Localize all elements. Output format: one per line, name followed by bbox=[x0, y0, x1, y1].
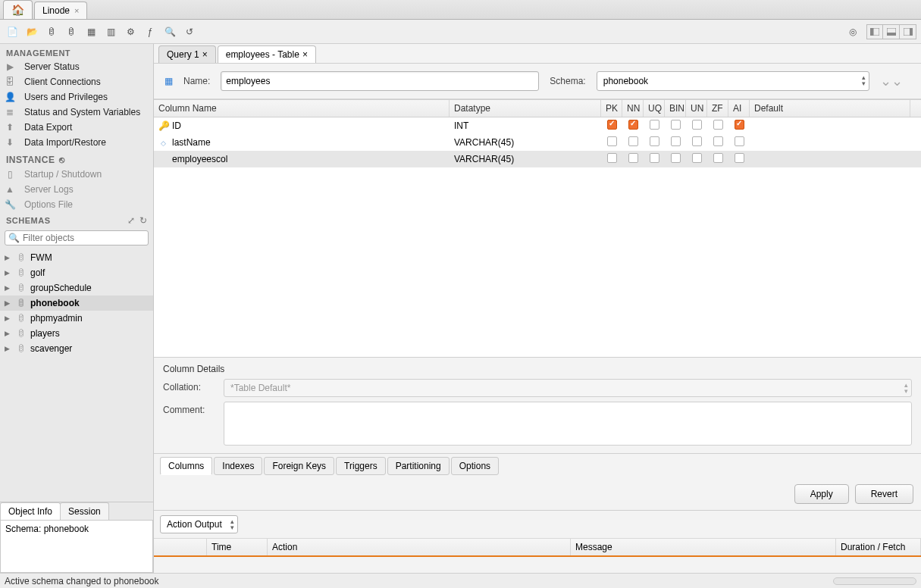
checkbox[interactable] bbox=[650, 153, 659, 163]
datatype-cell[interactable]: VARCHAR(45) bbox=[450, 152, 601, 167]
connection-tab[interactable]: Linode × bbox=[34, 2, 87, 19]
query-tab[interactable]: Query 1× bbox=[158, 45, 216, 63]
expand-panel-icon[interactable]: ⌄⌄ bbox=[880, 73, 903, 89]
checkbox[interactable] bbox=[607, 136, 617, 146]
schema-filter[interactable]: 🔍 bbox=[5, 230, 149, 246]
output-header[interactable]: Time bbox=[207, 539, 268, 555]
datatype-cell[interactable]: VARCHAR(45) bbox=[450, 135, 601, 150]
session-tab[interactable]: Session bbox=[60, 502, 109, 520]
column-header[interactable]: ZF bbox=[707, 100, 728, 117]
checkbox[interactable] bbox=[713, 153, 723, 163]
column-header[interactable]: UN bbox=[686, 100, 707, 117]
output-header[interactable]: Action bbox=[268, 539, 571, 555]
section-tab[interactable]: Triggers bbox=[336, 457, 386, 475]
table-name-input[interactable] bbox=[221, 71, 539, 91]
column-header[interactable]: AI bbox=[728, 100, 750, 117]
comment-textarea[interactable] bbox=[224, 402, 912, 446]
schema-node[interactable]: ▶🛢scavenger bbox=[0, 341, 153, 356]
schema-select[interactable]: phonebook ▴▾ bbox=[597, 71, 869, 91]
chevron-right-icon[interactable]: ▶ bbox=[5, 254, 12, 261]
checkbox[interactable] bbox=[713, 136, 723, 146]
table-icon[interactable]: ▦ bbox=[83, 24, 99, 39]
default-cell[interactable] bbox=[750, 140, 910, 145]
nav-item[interactable]: ≣Status and System Variables bbox=[0, 105, 153, 120]
schema-icon[interactable]: 🛢 bbox=[64, 24, 79, 39]
open-sql-icon[interactable]: 📂 bbox=[24, 24, 39, 39]
column-row[interactable]: 🔑IDINT bbox=[154, 117, 921, 134]
refresh-icon[interactable]: ↻ bbox=[139, 215, 147, 226]
output-type-select[interactable]: Action Output ▴▾ bbox=[160, 515, 238, 533]
checkbox[interactable] bbox=[713, 120, 723, 130]
object-info-tab[interactable]: Object Info bbox=[0, 502, 61, 520]
section-tab[interactable]: Foreign Keys bbox=[264, 457, 334, 475]
checkbox[interactable] bbox=[671, 136, 681, 146]
checkbox[interactable] bbox=[607, 120, 617, 130]
checkbox[interactable] bbox=[650, 136, 659, 146]
schema-node[interactable]: ▶🛢golf bbox=[0, 265, 153, 280]
column-name-cell[interactable]: 🔑ID bbox=[154, 118, 450, 133]
output-header[interactable]: Message bbox=[571, 539, 836, 555]
checkbox[interactable] bbox=[692, 136, 702, 146]
default-cell[interactable] bbox=[750, 157, 910, 161]
schema-node[interactable]: ▶🛢phonebook bbox=[0, 296, 153, 311]
column-name-cell[interactable]: employeescol bbox=[154, 152, 450, 167]
column-header[interactable]: BIN bbox=[665, 100, 686, 117]
apply-button[interactable]: Apply bbox=[794, 484, 849, 504]
column-header[interactable]: UQ bbox=[644, 100, 665, 117]
home-tab[interactable]: 🏠 bbox=[3, 0, 33, 19]
nav-item[interactable]: ⬇Data Import/Restore bbox=[0, 135, 153, 150]
nav-item[interactable]: 🔧Options File bbox=[0, 197, 153, 212]
revert-button[interactable]: Revert bbox=[855, 484, 913, 504]
checkbox[interactable] bbox=[628, 120, 638, 130]
schema-node[interactable]: ▶🛢players bbox=[0, 326, 153, 341]
schema-node[interactable]: ▶🛢FWM bbox=[0, 250, 153, 265]
chevron-right-icon[interactable]: ▶ bbox=[5, 299, 12, 307]
column-header[interactable]: Column Name bbox=[154, 100, 450, 117]
chevron-right-icon[interactable]: ▶ bbox=[5, 269, 12, 277]
schema-node[interactable]: ▶🛢phpmyadmin bbox=[0, 311, 153, 326]
column-header[interactable]: Default bbox=[750, 100, 910, 117]
nav-item[interactable]: ▯Startup / Shutdown bbox=[0, 167, 153, 182]
table-editor-tab[interactable]: employees - Table× bbox=[218, 45, 316, 63]
nav-item[interactable]: ▶Server Status bbox=[0, 59, 153, 74]
layout-right-button[interactable] bbox=[900, 24, 916, 39]
schema-node[interactable]: ▶🛢groupSchedule bbox=[0, 280, 153, 296]
section-tab[interactable]: Columns bbox=[160, 457, 212, 475]
checkbox[interactable] bbox=[607, 153, 617, 163]
schema-filter-input[interactable] bbox=[23, 233, 145, 243]
output-header[interactable] bbox=[154, 539, 207, 555]
search-icon[interactable]: 🔍 bbox=[162, 24, 177, 39]
chevron-right-icon[interactable]: ▶ bbox=[5, 345, 12, 352]
nav-item[interactable]: ⬆Data Export bbox=[0, 120, 153, 135]
expand-icon[interactable]: ⤢ bbox=[127, 215, 135, 226]
nav-item[interactable]: ▲Server Logs bbox=[0, 182, 153, 197]
column-header[interactable]: Datatype bbox=[450, 100, 601, 117]
function-icon[interactable]: ƒ bbox=[143, 24, 158, 39]
close-icon[interactable]: × bbox=[74, 6, 79, 15]
checkbox[interactable] bbox=[735, 120, 744, 130]
checkbox[interactable] bbox=[735, 153, 744, 163]
checkbox[interactable] bbox=[735, 136, 744, 146]
checkbox[interactable] bbox=[692, 120, 702, 130]
checkbox[interactable] bbox=[692, 153, 702, 163]
output-header[interactable]: Duration / Fetch bbox=[836, 539, 921, 555]
column-name-cell[interactable]: ◇lastName bbox=[154, 135, 450, 150]
schema-tree[interactable]: ▶🛢FWM▶🛢golf▶🛢groupSchedule▶🛢phonebook▶🛢p… bbox=[0, 250, 153, 502]
procedure-icon[interactable]: ⚙ bbox=[123, 24, 138, 39]
section-tab[interactable]: Options bbox=[451, 457, 499, 475]
close-icon[interactable]: × bbox=[202, 49, 208, 60]
close-icon[interactable]: × bbox=[302, 49, 308, 60]
column-row[interactable]: ◇lastNameVARCHAR(45) bbox=[154, 134, 921, 151]
new-sql-icon[interactable]: 📄 bbox=[5, 24, 20, 39]
settings-icon[interactable]: ◎ bbox=[845, 24, 860, 39]
chevron-right-icon[interactable]: ▶ bbox=[5, 330, 12, 337]
nav-item[interactable]: 🗄Client Connections bbox=[0, 74, 153, 89]
section-tab[interactable]: Partitioning bbox=[387, 457, 450, 475]
resize-handle[interactable] bbox=[833, 577, 916, 585]
checkbox[interactable] bbox=[628, 136, 638, 146]
column-row[interactable]: employeescolVARCHAR(45) bbox=[154, 151, 921, 167]
checkbox[interactable] bbox=[650, 120, 659, 130]
layout-bottom-button[interactable] bbox=[883, 24, 900, 39]
chevron-right-icon[interactable]: ▶ bbox=[5, 284, 12, 292]
checkbox[interactable] bbox=[671, 153, 681, 163]
